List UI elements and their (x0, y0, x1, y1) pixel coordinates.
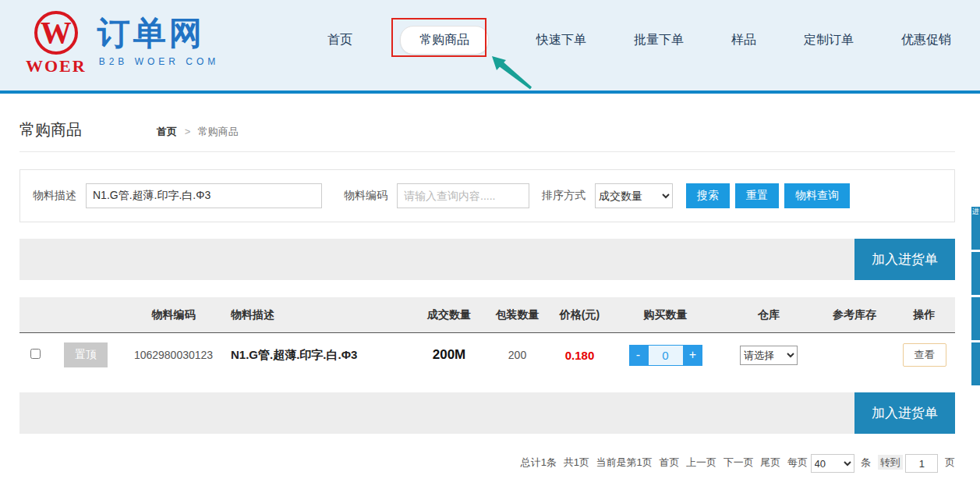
qty-plus-button[interactable]: + (684, 345, 702, 366)
nav-item-frequent-products[interactable]: 常购商品 (400, 26, 489, 55)
annotation-arrow-icon (490, 55, 535, 90)
pager-next-link[interactable]: 下一页 (724, 456, 754, 468)
per-page-label: 每页 (787, 456, 808, 468)
bottom-action-bar: 加入进货单 (19, 392, 955, 434)
pager-last-link[interactable]: 尾页 (760, 456, 780, 468)
header: W WOER 订单网 B2B WOER COM 首页 常购商品 快速下单 批量下… (0, 0, 980, 94)
header-buy-qty: 购买数量 (609, 308, 722, 322)
material-desc-label: 物料描述 (33, 189, 76, 203)
per-page-unit: 条 (861, 456, 871, 468)
nav-item-custom-order[interactable]: 定制订单 (804, 32, 854, 48)
search-button[interactable]: 搜索 (686, 183, 730, 208)
cell-pack-qty: 200 (484, 349, 550, 361)
page-title: 常购商品 (19, 119, 82, 140)
per-page-select[interactable]: 40 (811, 454, 854, 473)
pager-total: 总计1条 (521, 456, 557, 468)
qty-input[interactable] (648, 345, 684, 366)
nav-item-samples[interactable]: 样品 (731, 32, 756, 48)
product-table: 物料编码 物料描述 成交数量 包装数量 价格(元) 购买数量 仓库 参考库存 操… (19, 297, 955, 377)
main-nav: 首页 常购商品 快速下单 批量下单 样品 定制订单 优惠促销 (327, 26, 951, 55)
pin-top-button[interactable]: 置顶 (64, 342, 108, 367)
material-code-label: 物料编码 (344, 189, 387, 203)
material-query-button[interactable]: 物料查询 (784, 183, 850, 208)
site-name: 订单网 (97, 16, 220, 51)
breadcrumb-current: 常购商品 (198, 126, 239, 137)
breadcrumb-separator: > (185, 126, 191, 137)
row-checkbox[interactable] (30, 349, 41, 359)
side-widget-tab-1[interactable]: 进 (971, 207, 980, 250)
breadcrumb: 首页 > 常购商品 (157, 125, 239, 139)
warehouse-select[interactable]: 请选择 (740, 346, 798, 365)
cell-material-code: 1062980030123 (121, 349, 226, 361)
view-button[interactable]: 查看 (903, 343, 946, 367)
brand-logo[interactable]: W WOER 订单网 B2B WOER COM (26, 11, 219, 76)
nav-item-bulk-order[interactable]: 批量下单 (634, 32, 684, 48)
nav-item-quick-order[interactable]: 快速下单 (536, 32, 586, 48)
woer-logo-mark: W WOER (26, 11, 87, 76)
top-action-bar: 加入进货单 (19, 239, 955, 280)
goto-page-unit: 页 (945, 456, 955, 468)
woer-logo-icon: W (34, 11, 78, 55)
pager-current: 当前是第1页 (596, 456, 653, 468)
header-deal-qty: 成交数量 (414, 308, 484, 322)
reset-button[interactable]: 重置 (735, 183, 779, 208)
sort-mode-select[interactable]: 成交数量 (595, 183, 673, 208)
cell-deal-qty: 200M (414, 347, 484, 363)
nav-item-promotions[interactable]: 优惠促销 (901, 32, 951, 48)
cell-material-desc: N1.G管.超薄.印字.白.Φ3 (226, 348, 414, 363)
header-warehouse: 仓库 (722, 308, 815, 322)
woer-logo-text: WOER (26, 56, 87, 76)
pager-pages: 共1页 (564, 456, 589, 468)
quantity-stepper: - + (629, 345, 702, 366)
add-to-cart-button-top[interactable]: 加入进货单 (854, 239, 955, 280)
nav-item-home[interactable]: 首页 (327, 32, 352, 48)
breadcrumb-home[interactable]: 首页 (157, 126, 177, 137)
header-material-code: 物料编码 (121, 308, 226, 322)
goto-page-input[interactable] (905, 454, 938, 473)
sort-mode-label: 排序方式 (542, 189, 586, 203)
main-content: 常购商品 首页 > 常购商品 物料描述 物料编码 排序方式 成交数量 搜索 重置… (19, 119, 955, 473)
site-subtitle: B2B WOER COM (99, 56, 220, 67)
side-widget: 进 (971, 207, 980, 388)
side-widget-tab-3[interactable] (971, 297, 980, 340)
side-widget-tab-4[interactable] (971, 342, 980, 385)
header-price: 价格(元) (550, 308, 609, 322)
header-pack-qty: 包装数量 (484, 308, 550, 322)
goto-label: 转到 (878, 455, 903, 470)
header-operation: 操作 (893, 308, 955, 322)
filter-panel: 物料描述 物料编码 排序方式 成交数量 搜索 重置 物料查询 (19, 169, 955, 222)
qty-minus-button[interactable]: - (629, 345, 648, 366)
pager-prev-link[interactable]: 上一页 (686, 456, 716, 468)
material-desc-input[interactable] (86, 183, 322, 208)
table-header-row: 物料编码 物料描述 成交数量 包装数量 价格(元) 购买数量 仓库 参考库存 操… (19, 297, 955, 333)
side-widget-tab-2[interactable] (971, 252, 980, 295)
material-code-input[interactable] (397, 183, 529, 208)
pagination: 总计1条 共1页 当前是第1页 首页 上一页 下一页 尾页 每页 40 条 转到… (19, 454, 955, 473)
table-row: 置顶 1062980030123 N1.G管.超薄.印字.白.Φ3 200M 2… (19, 333, 955, 377)
pager-first-link[interactable]: 首页 (659, 456, 679, 468)
cell-price: 0.180 (550, 349, 609, 362)
add-to-cart-button-bottom[interactable]: 加入进货单 (854, 392, 955, 434)
header-material-desc: 物料描述 (226, 308, 414, 322)
header-ref-stock: 参考库存 (815, 308, 893, 322)
